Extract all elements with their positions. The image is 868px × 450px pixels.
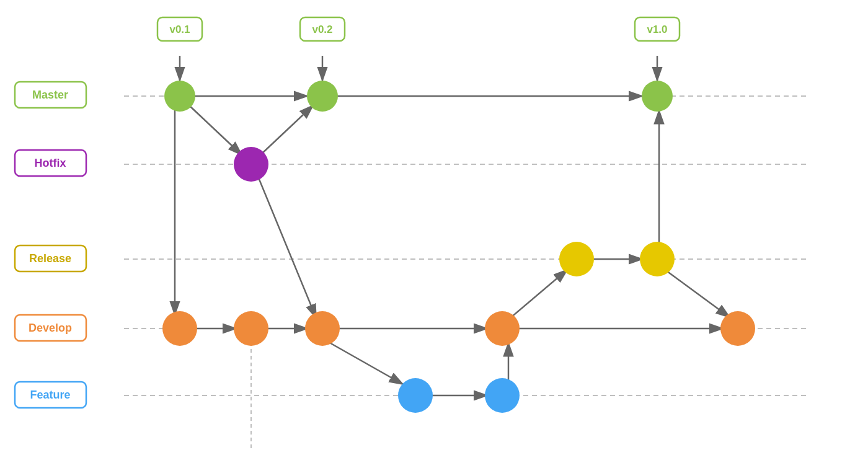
node-m1 xyxy=(164,81,195,112)
node-r2 xyxy=(640,242,675,276)
arrow-m1-h1 xyxy=(189,105,242,155)
node-m2 xyxy=(307,81,338,112)
label-release-text: Release xyxy=(29,252,71,265)
label-hotfix-text: Hotfix xyxy=(35,157,66,169)
tag-v10-text: v1.0 xyxy=(647,24,667,35)
git-flow-diagram: v0.1 v0.2 v1.0 Master Hotfix Release Dev… xyxy=(0,0,868,450)
arrow-h1-d3 xyxy=(257,175,316,318)
arrow-r2-d5 xyxy=(666,271,730,317)
node-d5 xyxy=(720,311,755,346)
label-master-text: Master xyxy=(32,89,68,101)
arrow-h1-m2 xyxy=(260,105,313,155)
node-f1 xyxy=(398,378,433,413)
tag-v02-text: v0.2 xyxy=(312,24,332,35)
label-feature-text: Feature xyxy=(30,389,70,401)
label-develop-text: Develop xyxy=(29,322,72,334)
arrow-d3-f1 xyxy=(329,342,403,384)
node-d4 xyxy=(485,311,520,346)
node-h1 xyxy=(234,147,268,182)
node-f2 xyxy=(485,378,520,413)
node-d2 xyxy=(234,311,268,346)
node-d3 xyxy=(305,311,340,346)
arrow-d4-r1 xyxy=(510,270,567,318)
tag-v01-text: v0.1 xyxy=(169,24,190,35)
node-d1 xyxy=(162,311,197,346)
node-r1 xyxy=(559,242,594,276)
diagram-svg: v0.1 v0.2 v1.0 Master Hotfix Release Dev… xyxy=(0,0,868,450)
node-m3 xyxy=(642,81,673,112)
